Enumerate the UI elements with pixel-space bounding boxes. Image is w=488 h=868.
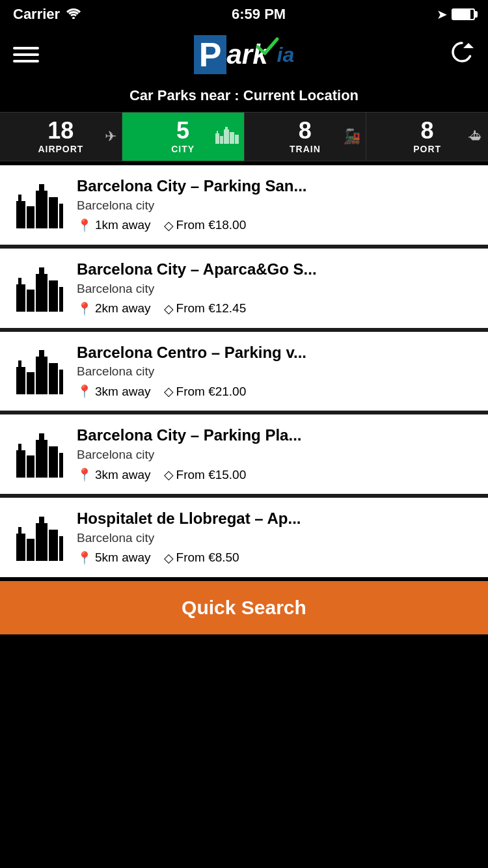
svg-rect-14	[49, 197, 58, 228]
listing-card[interactable]: Hospitalet de Llobregat – Ap... Barcelon…	[0, 498, 488, 577]
tab-city-label: CITY	[171, 144, 195, 154]
tab-port-count: 8	[421, 119, 434, 142]
listing-info: Barcelona City – Parking Pla... Barcelon…	[69, 426, 478, 482]
listing-location: Barcelona city	[77, 364, 478, 379]
svg-rect-17	[18, 278, 21, 284]
diamond-icon: ◇	[164, 301, 174, 316]
svg-rect-31	[18, 444, 21, 450]
svg-rect-34	[39, 433, 44, 440]
svg-rect-36	[59, 453, 63, 478]
svg-rect-8	[235, 135, 239, 144]
listing-distance: 📍1km away	[77, 218, 151, 233]
svg-rect-4	[220, 136, 223, 144]
pin-icon: 📍	[77, 550, 92, 565]
status-bar: Carrier 6:59 PM ➤	[0, 0, 488, 29]
airplane-icon: ✈	[105, 128, 116, 145]
listing-card[interactable]: Barcelona City – Parking Pla... Barcelon…	[0, 414, 488, 494]
svg-rect-33	[36, 440, 47, 478]
pin-icon: 📍	[77, 218, 92, 233]
listing-name: Barcelona City – Parking San...	[77, 177, 478, 196]
svg-rect-24	[18, 360, 21, 367]
diamond-icon: ◇	[164, 218, 174, 233]
svg-rect-5	[224, 129, 229, 144]
svg-rect-9	[16, 201, 25, 228]
listing-price: ◇From €12.45	[164, 301, 247, 316]
svg-rect-42	[49, 530, 58, 561]
listing-card[interactable]: Barcelona Centro – Parking v... Barcelon…	[0, 332, 488, 411]
pin-icon: 📍	[77, 384, 92, 399]
location-arrow-icon: ➤	[437, 7, 448, 22]
building-icon	[16, 514, 63, 561]
listing-price: ◇From €8.50	[164, 550, 239, 565]
building-icon	[16, 182, 63, 228]
tab-city[interactable]: 5 CITY	[122, 113, 245, 161]
listing-name: Barcelona City – Parking Pla...	[77, 426, 478, 445]
logo-box: P ark ia	[194, 35, 294, 74]
hamburger-line-3	[13, 60, 39, 62]
svg-rect-43	[59, 536, 63, 561]
listing-meta: 📍3km away ◇From €21.00	[77, 384, 478, 399]
tab-port-label: PORT	[413, 144, 441, 154]
svg-rect-37	[16, 534, 25, 561]
svg-rect-12	[36, 191, 47, 228]
listing-distance: 📍2km away	[77, 301, 151, 316]
listing-meta: 📍5km away ◇From €8.50	[77, 550, 478, 565]
tab-airport[interactable]: 18 AIRPORT ✈	[0, 113, 122, 161]
building-icon	[16, 431, 63, 478]
listing-distance: 📍3km away	[77, 384, 151, 399]
listing-name: Barcelona City – Aparca&Go S...	[77, 260, 478, 279]
tab-train[interactable]: 8 TRAIN 🚂	[245, 113, 367, 161]
listing-info: Barcelona City – Aparca&Go S... Barcelon…	[69, 260, 478, 316]
listing-icon	[10, 265, 69, 312]
svg-rect-41	[39, 517, 44, 523]
city-icon	[215, 126, 239, 148]
listing-meta: 📍3km away ◇From €15.00	[77, 467, 478, 482]
pin-icon: 📍	[77, 467, 92, 482]
listing-icon	[10, 431, 69, 478]
status-time: 6:59 PM	[232, 6, 286, 23]
svg-rect-3	[217, 131, 218, 133]
svg-marker-1	[463, 43, 474, 48]
quick-search-button[interactable]: Quick Search	[0, 581, 488, 634]
filter-tabs: 18 AIRPORT ✈ 5 CITY 8 TRAIN 🚂 8 PORT ⛴	[0, 112, 488, 161]
svg-rect-28	[49, 363, 58, 394]
hamburger-line-2	[13, 53, 39, 56]
listing-meta: 📍2km away ◇From €12.45	[77, 301, 478, 316]
tab-port[interactable]: 8 PORT ⛴	[366, 113, 488, 161]
listing-icon	[10, 514, 69, 561]
listing-card[interactable]: Barcelona City – Parking San... Barcelon…	[0, 165, 488, 245]
refresh-button[interactable]	[449, 39, 475, 71]
diamond-icon: ◇	[164, 550, 174, 565]
listing-info: Hospitalet de Llobregat – Ap... Barcelon…	[69, 509, 478, 565]
svg-rect-40	[36, 523, 47, 561]
building-icon	[16, 265, 63, 312]
svg-rect-32	[27, 455, 34, 478]
svg-rect-15	[59, 204, 63, 228]
diamond-icon: ◇	[164, 384, 174, 399]
building-icon	[16, 347, 63, 394]
menu-button[interactable]	[13, 47, 39, 62]
wifi-icon	[66, 6, 81, 23]
svg-rect-7	[230, 132, 234, 144]
checkmark-icon	[255, 34, 280, 59]
tab-city-count: 5	[176, 119, 189, 142]
listing-icon	[10, 182, 69, 228]
listing-location: Barcelona city	[77, 531, 478, 545]
svg-rect-23	[16, 367, 25, 394]
tab-airport-count: 18	[47, 119, 74, 142]
svg-rect-38	[18, 527, 21, 534]
carrier-text: Carrier	[13, 6, 60, 23]
svg-rect-10	[18, 195, 21, 201]
svg-rect-21	[49, 280, 58, 312]
listing-name: Barcelona Centro – Parking v...	[77, 344, 478, 362]
listing-price: ◇From €18.00	[164, 218, 247, 233]
svg-rect-16	[16, 284, 25, 312]
listing-location: Barcelona city	[77, 198, 478, 213]
listing-card[interactable]: Barcelona City – Aparca&Go S... Barcelon…	[0, 249, 488, 328]
port-icon: ⛴	[468, 128, 483, 145]
svg-rect-18	[27, 290, 34, 312]
location-bar: Car Parks near : Current Location	[0, 82, 488, 112]
svg-rect-22	[59, 287, 63, 312]
logo: P ark ia	[194, 35, 294, 74]
svg-rect-11	[27, 206, 34, 228]
